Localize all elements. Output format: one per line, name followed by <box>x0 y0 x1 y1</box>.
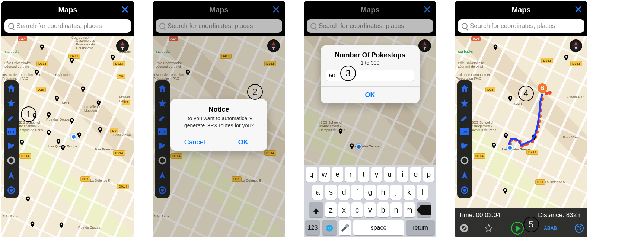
navbar: Maps ✕ <box>153 1 285 18</box>
map-labels: Starbucks Courbevoie Pôle Universitaire … <box>1 36 134 237</box>
mic-key[interactable]: 🎤 <box>339 220 351 235</box>
screen-1: Maps ✕ A14 D913 D913 D913 D23 D9 D9 D914… <box>1 1 134 237</box>
key-v[interactable]: v <box>364 202 376 217</box>
key-o[interactable]: o <box>410 167 421 182</box>
key-j[interactable]: j <box>390 185 402 200</box>
key-w[interactable]: w <box>319 167 330 182</box>
key-a[interactable]: a <box>312 185 323 200</box>
key-p[interactable]: p <box>423 167 434 182</box>
key-g[interactable]: g <box>364 185 376 200</box>
navbar: Maps ✕ <box>304 1 436 18</box>
key-e[interactable]: e <box>332 167 343 182</box>
search-wrap <box>455 18 587 36</box>
search-field[interactable] <box>458 19 584 33</box>
search-input[interactable] <box>16 22 127 30</box>
favorite-icon[interactable] <box>483 223 494 234</box>
key-x[interactable]: x <box>338 202 350 217</box>
side-toolbar: GPX <box>4 80 19 198</box>
poi-marker <box>95 100 102 106</box>
search-field[interactable] <box>4 19 131 33</box>
search-wrap <box>304 18 436 36</box>
poi-marker <box>68 118 75 124</box>
pen-icon[interactable] <box>6 113 16 123</box>
close-icon[interactable]: ✕ <box>574 4 583 15</box>
search-wrap <box>1 18 134 36</box>
search-input <box>319 22 430 30</box>
key-m[interactable]: m <box>404 202 415 217</box>
globe-key[interactable]: 🌐 <box>322 220 337 235</box>
play-button[interactable] <box>511 222 524 235</box>
close-icon[interactable]: ✕ <box>271 4 281 15</box>
close-icon[interactable]: ✕ <box>120 4 130 15</box>
key-d[interactable]: d <box>338 185 350 200</box>
key-k[interactable]: k <box>404 185 415 200</box>
backspace-key[interactable] <box>417 202 431 217</box>
search-icon <box>159 23 165 29</box>
search-input[interactable] <box>470 22 581 30</box>
prompt-input[interactable] <box>326 70 414 81</box>
key-s[interactable]: s <box>325 185 337 200</box>
locate-icon[interactable] <box>6 185 16 195</box>
search-icon <box>310 23 316 29</box>
poi-marker <box>29 221 36 228</box>
key-b[interactable]: b <box>377 202 389 217</box>
endpoint-b: B <box>538 83 547 93</box>
stop-count-badge[interactable]: 79 <box>575 224 584 233</box>
key-f[interactable]: f <box>351 185 363 200</box>
bird-icon[interactable] <box>6 141 16 150</box>
alert-message: Do you want to automatically generate GP… <box>176 115 262 129</box>
poi-marker <box>19 139 25 146</box>
ok-button[interactable]: OK <box>219 134 268 151</box>
poi-marker <box>54 95 60 102</box>
step-badge-3: 3 <box>340 66 356 81</box>
key-l[interactable]: l <box>417 185 428 200</box>
loop-mode-label[interactable]: ABAB <box>544 226 557 231</box>
key-i[interactable]: i <box>397 167 408 182</box>
key-n[interactable]: n <box>390 202 402 217</box>
ok-button[interactable]: OK <box>321 86 420 103</box>
poi-marker <box>45 112 52 118</box>
block-icon[interactable] <box>459 223 470 234</box>
map[interactable]: A14 D913 D913 D913 D23 D9 D9 D914 D914 D… <box>1 36 134 237</box>
key-u[interactable]: u <box>384 167 395 182</box>
home-icon[interactable] <box>6 83 16 93</box>
route-line <box>455 36 587 237</box>
key-q[interactable]: q <box>306 167 317 182</box>
key-r[interactable]: r <box>345 167 356 182</box>
nav-title: Maps <box>58 6 77 14</box>
nav-title: Maps <box>360 6 379 14</box>
key-h[interactable]: h <box>377 185 389 200</box>
poi-marker <box>34 69 40 76</box>
poi-marker <box>68 57 75 64</box>
return-key[interactable]: return <box>406 220 435 235</box>
key-z[interactable]: z <box>325 202 337 217</box>
poi-marker <box>97 127 103 133</box>
key-t[interactable]: t <box>358 167 369 182</box>
user-location-icon <box>71 134 77 140</box>
key-c[interactable]: c <box>351 202 363 217</box>
nav-arrow-icon[interactable] <box>6 170 16 180</box>
step-badge-1: 1 <box>21 106 36 122</box>
star-icon[interactable] <box>6 98 16 108</box>
cancel-button[interactable]: Cancel <box>170 134 219 151</box>
shift-key[interactable] <box>309 202 323 217</box>
key-y[interactable]: y <box>371 167 382 182</box>
distance-readout: Distance: 832 m <box>538 211 584 219</box>
map[interactable]: A14 D913 D23 D914 D914 D9a D913 Starbuck… <box>455 36 587 237</box>
prompt-subtitle: 1 to 300 <box>326 60 414 66</box>
screen-3: Maps ✕ ISEG School of Management - Campu… <box>304 1 436 237</box>
navbar: Maps ✕ <box>1 1 134 18</box>
user-location-icon <box>507 145 513 151</box>
gpx-icon[interactable]: GPX <box>7 128 16 135</box>
nav-title: Maps <box>209 6 228 14</box>
poi-marker <box>25 196 31 202</box>
pokeball-icon[interactable] <box>6 156 16 165</box>
poi-marker <box>109 54 116 61</box>
poi-marker <box>39 44 45 51</box>
space-key[interactable]: space <box>353 220 404 235</box>
prompt-dialog: Number Of Pokestops 1 to 300 OK <box>321 45 420 103</box>
close-icon[interactable]: ✕ <box>423 4 432 15</box>
num-key[interactable]: 123 <box>305 220 320 235</box>
search-icon <box>462 23 468 29</box>
step-badge-2: 2 <box>247 84 263 100</box>
